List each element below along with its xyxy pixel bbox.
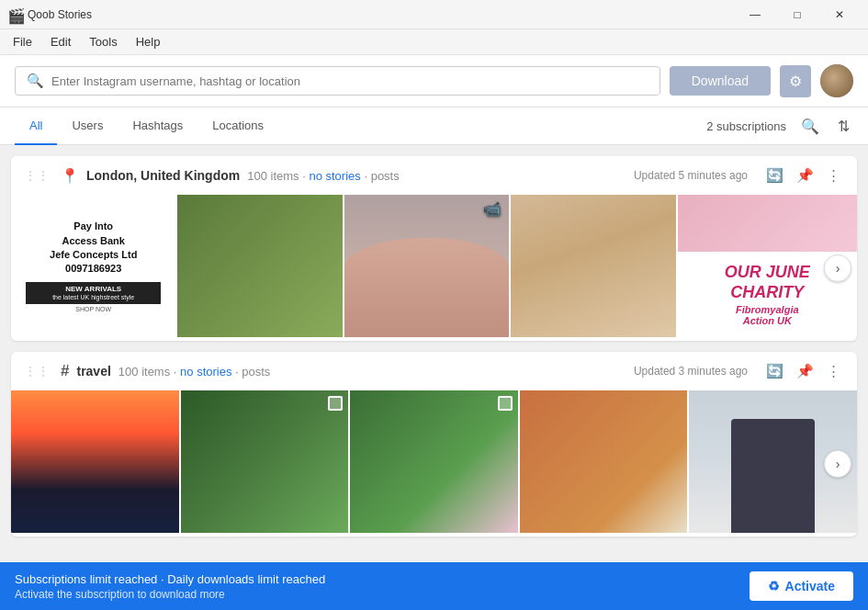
search-box[interactable]: 🔍: [15, 66, 660, 96]
travel-meta: 100 items · no stories · posts: [118, 365, 271, 378]
london-posts: · posts: [364, 169, 399, 183]
charity-title: OUR JUNECHARITY: [725, 263, 810, 302]
london-thumb-4[interactable]: [511, 195, 675, 337]
hashtag-icon: #: [61, 362, 69, 380]
london-thumb-1[interactable]: Pay IntoAccess BankJefe Concepts Ltd0097…: [11, 195, 175, 337]
minimize-button[interactable]: —: [734, 0, 776, 29]
tab-locations[interactable]: Locations: [197, 107, 278, 145]
menu-help[interactable]: Help: [127, 31, 170, 52]
london-title: London, United Kingdom: [86, 168, 240, 183]
app-title: Qoob Stories: [28, 8, 734, 21]
new-arrivals: NEW ARRIVALSthe latest UK highstreet sty…: [26, 282, 161, 304]
travel-updated: Updated 3 minutes ago: [634, 365, 748, 378]
search-input[interactable]: [51, 74, 648, 88]
bank-title: Pay IntoAccess BankJefe Concepts Ltd0097…: [50, 220, 137, 277]
search-icon: 🔍: [27, 73, 44, 89]
travel-thumb-3[interactable]: [350, 390, 518, 533]
london-refresh-button[interactable]: 🔄: [762, 165, 787, 186]
london-meta: 100 items · no stories · posts: [247, 169, 400, 183]
tab-hashtags[interactable]: Hashtags: [118, 107, 197, 145]
travel-next-button[interactable]: ›: [824, 450, 851, 478]
charity-subtitle: FibromyalgiaAction UK: [736, 304, 798, 326]
video-icon: 📹: [483, 200, 502, 218]
london-thumb-text: Pay IntoAccess BankJefe Concepts Ltd0097…: [11, 195, 175, 337]
travel-drag-handle[interactable]: ⋮⋮: [24, 364, 50, 378]
avatar[interactable]: [820, 64, 853, 97]
london-actions: 🔄 📌 ⋮: [762, 165, 844, 186]
travel-section: ⋮⋮ # travel 100 items · no stories · pos…: [11, 352, 857, 537]
tabs-right-controls: 2 subscriptions 🔍 ⇅: [706, 114, 853, 139]
multi-icon: [328, 396, 343, 411]
travel-section-header: ⋮⋮ # travel 100 items · no stories · pos…: [11, 352, 857, 390]
travel-title: travel: [76, 364, 110, 378]
london-section-header: ⋮⋮ 📍 London, United Kingdom 100 items · …: [11, 156, 857, 195]
notification-texts: Subscriptions limit reached · Daily down…: [15, 572, 750, 601]
person-figure: [731, 419, 815, 533]
travel-thumb-1[interactable]: [11, 390, 179, 533]
travel-posts: · posts: [235, 365, 270, 378]
travel-actions: 🔄 📌 ⋮: [762, 361, 844, 381]
avatar-image: [820, 64, 853, 97]
london-more-button[interactable]: ⋮: [823, 165, 844, 186]
close-button[interactable]: ✕: [818, 0, 861, 29]
london-media-grid: Pay IntoAccess BankJefe Concepts Ltd0097…: [11, 195, 857, 341]
london-next-button[interactable]: ›: [824, 254, 851, 282]
maximize-button[interactable]: □: [776, 0, 818, 29]
travel-refresh-button[interactable]: 🔄: [762, 361, 787, 381]
search-subscriptions-button[interactable]: 🔍: [797, 114, 823, 139]
notification-bar: Subscriptions limit reached · Daily down…: [0, 562, 868, 610]
london-pin-button[interactable]: 📌: [793, 165, 817, 186]
tabs-bar: All Users Hashtags Locations 2 subscript…: [0, 107, 868, 145]
london-stories-link[interactable]: no stories: [309, 169, 360, 183]
london-items-count: 100 items: [247, 169, 299, 183]
tab-users[interactable]: Users: [57, 107, 118, 145]
location-icon: 📍: [61, 167, 79, 185]
travel-thumb-2[interactable]: [181, 390, 349, 533]
travel-more-button[interactable]: ⋮: [823, 361, 844, 381]
download-button[interactable]: Download: [670, 66, 771, 96]
activate-label: Activate: [785, 579, 835, 593]
app-icon: 🎬: [7, 7, 22, 22]
main-content: ⋮⋮ 📍 London, United Kingdom 100 items · …: [0, 145, 868, 559]
activate-icon: ♻: [768, 579, 780, 593]
london-section: ⋮⋮ 📍 London, United Kingdom 100 items · …: [11, 156, 857, 341]
travel-separator: ·: [174, 365, 180, 378]
travel-thumb-4[interactable]: [520, 390, 688, 533]
title-bar: 🎬 Qoob Stories — □ ✕: [0, 0, 868, 29]
menu-file[interactable]: File: [4, 31, 41, 52]
subscriptions-count: 2 subscriptions: [706, 119, 786, 133]
filter-button[interactable]: ⚙: [780, 65, 811, 97]
toolbar: 🔍 Download ⚙: [0, 55, 868, 107]
london-updated: Updated 5 minutes ago: [634, 169, 748, 182]
notification-main: Subscriptions limit reached · Daily down…: [15, 572, 750, 586]
activate-button[interactable]: ♻ Activate: [750, 571, 853, 601]
tab-all[interactable]: All: [15, 107, 57, 145]
drag-handle[interactable]: ⋮⋮: [24, 168, 50, 183]
menu-bar: File Edit Tools Help: [0, 29, 868, 55]
menu-tools[interactable]: Tools: [80, 31, 126, 52]
travel-items-count: 100 items: [118, 365, 170, 378]
london-thumb-3[interactable]: 📹: [344, 195, 509, 337]
filter-icon: ⚙: [789, 73, 802, 89]
sort-button[interactable]: ⇅: [834, 114, 853, 139]
menu-edit[interactable]: Edit: [41, 31, 80, 52]
travel-pin-button[interactable]: 📌: [793, 361, 817, 381]
shop-now: SHOP NOW: [75, 306, 111, 312]
window-controls: — □ ✕: [734, 0, 861, 29]
travel-stories-link[interactable]: no stories: [180, 365, 231, 378]
notification-sub: Activate the subscription to download mo…: [15, 588, 750, 601]
travel-media-grid: ›: [11, 390, 857, 537]
london-thumb-2[interactable]: [177, 195, 342, 337]
